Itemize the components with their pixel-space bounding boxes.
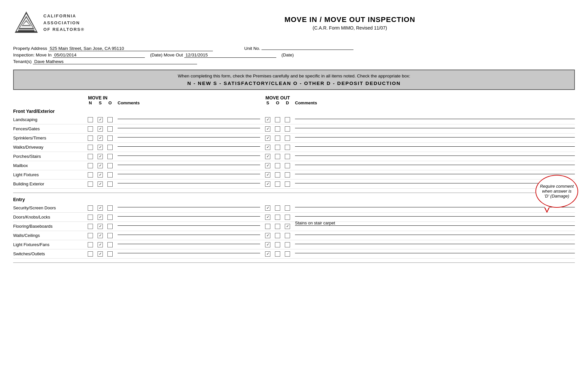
movein-N-checkbox-entry-5[interactable] <box>88 251 93 257</box>
moveout-O-checkbox-front-yard-2[interactable] <box>275 136 280 141</box>
movein-S-checkbox-front-yard-3[interactable]: ✓ <box>98 145 103 150</box>
movein-S-checkbox-front-yard-5[interactable]: ✓ <box>98 163 103 168</box>
moveout-O-checkbox-front-yard-1[interactable] <box>275 126 280 132</box>
movein-O-checkbox-entry-0[interactable] <box>107 205 113 211</box>
instructions-box: When completing this form, check the Pre… <box>13 70 575 90</box>
moveout-D-checkbox-entry-4[interactable] <box>285 242 290 247</box>
movein-S-checkbox-entry-1[interactable]: ✓ <box>98 215 103 220</box>
movein-O-checkbox-entry-3[interactable] <box>107 233 113 238</box>
moveout-D-checkbox-front-yard-0[interactable] <box>285 117 290 122</box>
moveout-O-checkbox-front-yard-0[interactable] <box>275 117 280 122</box>
moveout-S-checkbox-entry-5[interactable]: ✓ <box>265 251 270 257</box>
movein-N-checkbox-front-yard-4[interactable] <box>88 154 93 159</box>
moveout-S-checkbox-entry-2[interactable] <box>265 224 270 229</box>
movein-O-checkbox-front-yard-1[interactable] <box>107 126 113 132</box>
movein-O-checkbox-entry-5[interactable] <box>107 251 113 257</box>
movein-N-checkbox-front-yard-2[interactable] <box>88 136 93 141</box>
movein-N-checkbox-entry-3[interactable] <box>88 233 93 238</box>
moveout-comment-text: Stains on stair carpet <box>295 220 335 225</box>
moveout-D-checkbox-front-yard-2[interactable] <box>285 136 290 141</box>
moveout-D-checkbox-entry-3[interactable] <box>285 233 290 238</box>
moveout-S-checkbox-front-yard-1[interactable]: ✓ <box>265 126 270 132</box>
movein-O-checkbox-front-yard-6[interactable] <box>107 172 113 178</box>
table-row: Walls/Ceilings✓✓ <box>13 231 575 240</box>
address-label: Property Address <box>13 46 47 51</box>
moveout-O-checkbox-front-yard-7[interactable] <box>275 181 280 187</box>
move-in-date: 05/01/2014 <box>53 52 145 58</box>
moveout-O-checkbox-entry-3[interactable] <box>275 233 280 238</box>
movein-O-checkbox-entry-2[interactable] <box>107 224 113 229</box>
moveout-O-checkbox-front-yard-4[interactable] <box>275 154 280 159</box>
moveout-D-checkbox-front-yard-5[interactable] <box>285 163 290 168</box>
moveout-D-checkbox-front-yard-7[interactable] <box>285 181 290 187</box>
moveout-S-checkbox-front-yard-5[interactable]: ✓ <box>265 163 270 168</box>
moveout-S-checkbox-front-yard-4[interactable]: ✓ <box>265 154 270 159</box>
table-row: Mailbox✓✓ <box>13 161 575 170</box>
moveout-S-checkbox-entry-0[interactable]: ✓ <box>265 205 270 211</box>
movein-S-checkbox-entry-2[interactable]: ✓ <box>98 224 103 229</box>
movein-N-checkbox-entry-2[interactable] <box>88 224 93 229</box>
section-heading-entry: Entry <box>13 197 575 202</box>
moveout-O-checkbox-front-yard-6[interactable] <box>275 172 280 178</box>
moveout-S-checkbox-front-yard-6[interactable]: ✓ <box>265 172 270 178</box>
movein-N-checkbox-front-yard-0[interactable] <box>88 117 93 122</box>
row-label-front-yard-7: Building Exterior <box>13 181 85 186</box>
moveout-D-checkbox-front-yard-1[interactable] <box>285 126 290 132</box>
movein-O-checkbox-front-yard-0[interactable] <box>107 117 113 122</box>
moveout-D-checkbox-entry-1[interactable] <box>285 215 290 220</box>
movein-S-checkbox-entry-0[interactable]: ✓ <box>98 205 103 211</box>
movein-N-checkbox-entry-4[interactable] <box>88 242 93 247</box>
movein-O-checkbox-front-yard-2[interactable] <box>107 136 113 141</box>
movein-O-checkbox-front-yard-5[interactable] <box>107 163 113 168</box>
section-separator <box>13 262 575 263</box>
moveout-S-checkbox-front-yard-3[interactable]: ✓ <box>265 145 270 150</box>
title-area: MOVE IN / MOVE OUT INSPECTION (C.A.R. Fo… <box>125 15 575 31</box>
moveout-O-checkbox-entry-1[interactable] <box>275 215 280 220</box>
moveout-O-checkbox-front-yard-3[interactable] <box>275 145 280 150</box>
moveout-O-checkbox-entry-2[interactable] <box>275 224 280 229</box>
movein-O-checkbox-front-yard-3[interactable] <box>107 145 113 150</box>
movein-N-checkbox-front-yard-7[interactable] <box>88 181 93 187</box>
moveout-D-checkbox-front-yard-4[interactable] <box>285 154 290 159</box>
movein-S-checkbox-front-yard-0[interactable]: ✓ <box>98 117 103 122</box>
row-label-entry-0: Security/Screen Doors <box>13 205 85 210</box>
movein-comments-header: Comments <box>115 100 263 105</box>
movein-N-checkbox-front-yard-3[interactable] <box>88 145 93 150</box>
movein-N-checkbox-front-yard-5[interactable] <box>88 163 93 168</box>
moveout-S-checkbox-entry-4[interactable]: ✓ <box>265 242 270 247</box>
movein-S-checkbox-front-yard-2[interactable]: ✓ <box>98 136 103 141</box>
moveout-S-checkbox-front-yard-7[interactable]: ✓ <box>265 181 270 187</box>
property-info: Property Address 525 Main Street, San Jo… <box>13 46 575 64</box>
car-logo-icon <box>13 10 39 36</box>
movein-S-checkbox-entry-4[interactable]: ✓ <box>98 242 103 247</box>
moveout-S-checkbox-entry-3[interactable]: ✓ <box>265 233 270 238</box>
moveout-D-checkbox-entry-5[interactable] <box>285 251 290 257</box>
movein-O-checkbox-front-yard-4[interactable] <box>107 154 113 159</box>
address-value: 525 Main Street, San Jose, CA 95110 <box>49 46 213 51</box>
movein-S-checkbox-front-yard-7[interactable]: ✓ <box>98 181 103 187</box>
movein-S-checkbox-front-yard-6[interactable]: ✓ <box>98 172 103 178</box>
moveout-S-checkbox-entry-1[interactable]: ✓ <box>265 215 270 220</box>
movein-S-checkbox-entry-3[interactable]: ✓ <box>98 233 103 238</box>
movein-N-checkbox-entry-0[interactable] <box>88 205 93 211</box>
moveout-O-checkbox-entry-4[interactable] <box>275 242 280 247</box>
moveout-D-checkbox-entry-2[interactable]: ✓ <box>285 224 290 229</box>
moveout-D-checkbox-entry-0[interactable] <box>285 205 290 211</box>
moveout-O-checkbox-entry-5[interactable] <box>275 251 280 257</box>
movein-S-checkbox-entry-5[interactable]: ✓ <box>98 251 103 257</box>
movein-O-checkbox-front-yard-7[interactable] <box>107 181 113 187</box>
movein-N-checkbox-entry-1[interactable] <box>88 215 93 220</box>
moveout-D-checkbox-front-yard-3[interactable] <box>285 145 290 150</box>
movein-N-checkbox-front-yard-1[interactable] <box>88 126 93 132</box>
movein-S-checkbox-front-yard-4[interactable]: ✓ <box>98 154 103 159</box>
moveout-D-checkbox-front-yard-6[interactable] <box>285 172 290 178</box>
movein-S-checkbox-front-yard-1[interactable]: ✓ <box>98 126 103 132</box>
moveout-O-checkbox-entry-0[interactable] <box>275 205 280 211</box>
dates-row: Inspection: Move In 05/01/2014 (Date) Mo… <box>13 52 575 58</box>
moveout-S-checkbox-front-yard-2[interactable]: ✓ <box>265 136 270 141</box>
movein-O-checkbox-entry-1[interactable] <box>107 215 113 220</box>
moveout-S-checkbox-front-yard-0[interactable]: ✓ <box>265 117 270 122</box>
movein-O-checkbox-entry-4[interactable] <box>107 242 113 247</box>
movein-N-checkbox-front-yard-6[interactable] <box>88 172 93 178</box>
moveout-O-checkbox-front-yard-5[interactable] <box>275 163 280 168</box>
